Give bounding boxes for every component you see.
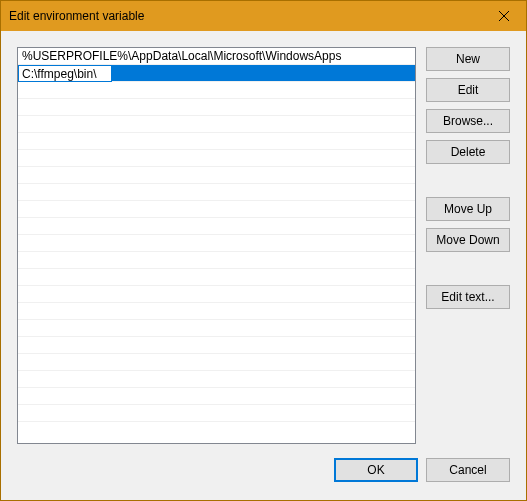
list-item-empty[interactable] bbox=[18, 116, 415, 133]
list-item-edit-input[interactable] bbox=[18, 65, 112, 82]
browse-button[interactable]: Browse... bbox=[426, 109, 510, 133]
list-item-empty[interactable] bbox=[18, 354, 415, 371]
path-listbox[interactable]: %USERPROFILE%\AppData\Local\Microsoft\Wi… bbox=[17, 47, 416, 444]
list-item-empty[interactable] bbox=[18, 218, 415, 235]
ok-button[interactable]: OK bbox=[334, 458, 418, 482]
close-icon bbox=[499, 11, 509, 21]
list-item-empty[interactable] bbox=[18, 303, 415, 320]
close-button[interactable] bbox=[481, 1, 526, 31]
edit-button[interactable]: Edit bbox=[426, 78, 510, 102]
list-item-empty[interactable] bbox=[18, 82, 415, 99]
list-item-empty[interactable] bbox=[18, 286, 415, 303]
dialog-footer: OK Cancel bbox=[17, 444, 510, 484]
edit-text-button[interactable]: Edit text... bbox=[426, 285, 510, 309]
list-item-empty[interactable] bbox=[18, 150, 415, 167]
list-item-empty[interactable] bbox=[18, 133, 415, 150]
list-item-empty[interactable] bbox=[18, 337, 415, 354]
list-item-empty[interactable] bbox=[18, 405, 415, 422]
list-item-empty[interactable] bbox=[18, 184, 415, 201]
move-up-button[interactable]: Move Up bbox=[426, 197, 510, 221]
delete-button[interactable]: Delete bbox=[426, 140, 510, 164]
main-area: %USERPROFILE%\AppData\Local\Microsoft\Wi… bbox=[17, 47, 510, 444]
list-item-empty[interactable] bbox=[18, 320, 415, 337]
titlebar: Edit environment variable bbox=[1, 1, 526, 31]
list-item-empty[interactable] bbox=[18, 235, 415, 252]
list-item-empty[interactable] bbox=[18, 167, 415, 184]
list-item-empty[interactable] bbox=[18, 252, 415, 269]
move-down-button[interactable]: Move Down bbox=[426, 228, 510, 252]
list-item-empty[interactable] bbox=[18, 371, 415, 388]
window-title: Edit environment variable bbox=[9, 9, 481, 23]
list-item-empty[interactable] bbox=[18, 99, 415, 116]
dialog-window: Edit environment variable %USERPROFILE%\… bbox=[0, 0, 527, 501]
cancel-button[interactable]: Cancel bbox=[426, 458, 510, 482]
list-item-empty[interactable] bbox=[18, 201, 415, 218]
list-item[interactable]: %USERPROFILE%\AppData\Local\Microsoft\Wi… bbox=[18, 48, 415, 65]
button-column: New Edit Browse... Delete Move Up Move D… bbox=[426, 47, 510, 444]
list-item-editing[interactable] bbox=[18, 65, 415, 82]
new-button[interactable]: New bbox=[426, 47, 510, 71]
list-item-empty[interactable] bbox=[18, 269, 415, 286]
dialog-content: %USERPROFILE%\AppData\Local\Microsoft\Wi… bbox=[1, 31, 526, 500]
list-item-empty[interactable] bbox=[18, 388, 415, 405]
